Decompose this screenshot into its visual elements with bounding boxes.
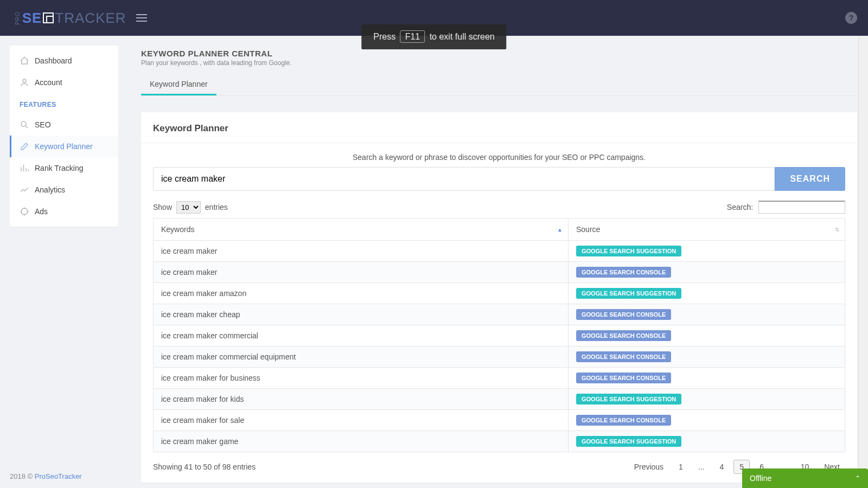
table-row[interactable]: ice cream maker for businessGOOGLE SEARC… xyxy=(154,368,845,389)
cell-keyword: ice cream maker cheap xyxy=(154,304,569,325)
home-icon xyxy=(20,56,29,66)
menu-toggle-button[interactable] xyxy=(136,12,147,24)
svg-point-1 xyxy=(21,121,26,126)
cell-source: GOOGLE SEARCH SUGGESTION xyxy=(569,241,845,262)
page-link[interactable]: Previous xyxy=(629,460,669,473)
tab-keyword-planner[interactable]: Keyword Planner xyxy=(141,74,216,95)
cell-keyword: ice cream maker game xyxy=(154,431,569,452)
table-row[interactable]: ice cream maker for kidsGOOGLE SEARCH SU… xyxy=(154,389,845,410)
table-filter-input[interactable] xyxy=(758,201,845,214)
logo-tracker-text: TRACKER xyxy=(55,10,126,27)
source-badge: GOOGLE SEARCH SUGGESTION xyxy=(576,436,681,447)
cell-source: GOOGLE SEARCH CONSOLE xyxy=(569,304,845,325)
sidebar-item-dashboard[interactable]: Dashboard xyxy=(10,50,118,72)
logo-pro-text: PRO xyxy=(15,11,21,25)
table-row[interactable]: ice cream maker commercial equipmentGOOG… xyxy=(154,346,845,368)
toast-key: F11 xyxy=(400,30,425,43)
cell-keyword: ice cream maker amazon xyxy=(154,283,569,304)
vertical-scrollbar[interactable]: ▲ ▼ xyxy=(858,0,868,488)
page-link[interactable]: ... xyxy=(693,460,710,473)
source-badge: GOOGLE SEARCH SUGGESTION xyxy=(576,394,681,404)
sidebar-item-seo[interactable]: SEO xyxy=(10,114,118,136)
source-badge: GOOGLE SEARCH CONSOLE xyxy=(576,330,671,341)
table-row[interactable]: ice cream maker gameGOOGLE SEARCH SUGGES… xyxy=(154,431,845,452)
search-hint: Search a keyword or phrase to discover o… xyxy=(153,153,845,162)
sort-asc-icon: ▲ xyxy=(557,227,563,233)
keyword-search-input[interactable] xyxy=(153,167,775,191)
page-title: KEYWORD PLANNER CENTRAL xyxy=(141,49,857,58)
fullscreen-toast: Press F11 to exit full screen xyxy=(361,24,506,49)
chat-widget[interactable]: Offline ⌃ xyxy=(742,468,868,488)
cell-keyword: ice cream maker for kids xyxy=(154,389,569,410)
sidebar-item-label: Ads xyxy=(35,207,48,216)
cell-source: GOOGLE SEARCH SUGGESTION xyxy=(569,431,845,452)
table-row[interactable]: ice cream makerGOOGLE SEARCH SUGGESTION xyxy=(154,241,845,262)
sidebar-item-label: Keyword Planner xyxy=(35,142,93,151)
logo-icon xyxy=(43,12,54,23)
chat-status: Offline xyxy=(750,474,771,483)
sidebar-item-label: Rank Tracking xyxy=(35,164,83,172)
main-content: KEYWORD PLANNER CENTRAL Plan your keywor… xyxy=(141,49,857,483)
sidebar-item-rank-tracking[interactable]: Rank Tracking xyxy=(10,157,118,179)
cell-source: GOOGLE SEARCH CONSOLE xyxy=(569,410,845,431)
logo-se-text: SE xyxy=(22,10,42,27)
help-icon[interactable]: ? xyxy=(845,12,857,24)
source-badge: GOOGLE SEARCH CONSOLE xyxy=(576,351,671,362)
chevron-up-icon: ⌃ xyxy=(855,474,860,482)
sidebar-item-account[interactable]: Account xyxy=(10,72,118,93)
toast-pre: Press xyxy=(373,32,395,41)
cell-keyword: ice cream maker commercial xyxy=(154,325,569,346)
search-button[interactable]: SEARCH xyxy=(775,167,845,191)
sidebar-section-features: FEATURES xyxy=(10,93,118,114)
table-row[interactable]: ice cream makerGOOGLE SEARCH CONSOLE xyxy=(154,262,845,283)
search-icon xyxy=(20,120,29,130)
sidebar-item-label: Analytics xyxy=(35,185,65,194)
bars-icon xyxy=(20,163,29,173)
source-badge: GOOGLE SEARCH CONSOLE xyxy=(576,373,671,383)
cell-keyword: ice cream maker for business xyxy=(154,368,569,389)
app-logo[interactable]: PRO SE TRACKER xyxy=(11,10,126,27)
toast-post: to exit full screen xyxy=(430,32,495,41)
cell-source: GOOGLE SEARCH CONSOLE xyxy=(569,262,845,283)
sidebar-item-label: Account xyxy=(35,78,62,87)
table-row[interactable]: ice cream maker amazonGOOGLE SEARCH SUGG… xyxy=(154,283,845,304)
cell-source: GOOGLE SEARCH CONSOLE xyxy=(569,346,845,368)
cell-source: GOOGLE SEARCH SUGGESTION xyxy=(569,283,845,304)
entries-control: Show 10 entries xyxy=(153,201,228,214)
cell-source: GOOGLE SEARCH CONSOLE xyxy=(569,325,845,346)
col-source[interactable]: Source ⇅ xyxy=(569,219,845,241)
source-badge: GOOGLE SEARCH SUGGESTION xyxy=(576,246,681,256)
user-icon xyxy=(20,78,29,87)
table-row[interactable]: ice cream maker commercialGOOGLE SEARCH … xyxy=(154,325,845,346)
sidebar: Dashboard Account FEATURES SEO Keyword P… xyxy=(10,46,118,227)
sidebar-item-label: SEO xyxy=(35,120,51,129)
panel-title: Keyword Planner xyxy=(141,123,857,143)
sidebar-item-keyword-planner[interactable]: Keyword Planner xyxy=(10,136,118,157)
source-badge: GOOGLE SEARCH SUGGESTION xyxy=(576,288,681,299)
table-row[interactable]: ice cream maker cheapGOOGLE SEARCH CONSO… xyxy=(154,304,845,325)
cell-keyword: ice cream maker xyxy=(154,262,569,283)
footer: 2018 © ProSeoTracker xyxy=(10,472,82,480)
svg-point-0 xyxy=(23,79,26,82)
keywords-table: Keywords ▲ Source ⇅ ice cream makerGOOGL… xyxy=(153,218,845,452)
chart-icon xyxy=(20,185,29,195)
source-badge: GOOGLE SEARCH CONSOLE xyxy=(576,309,671,320)
table-info: Showing 41 to 50 of 98 entries xyxy=(153,463,256,471)
page-subtitle: Plan your keywords , with data leading f… xyxy=(141,59,857,67)
cell-source: GOOGLE SEARCH CONSOLE xyxy=(569,368,845,389)
svg-point-2 xyxy=(21,208,28,215)
source-badge: GOOGLE SEARCH CONSOLE xyxy=(576,267,671,278)
cell-keyword: ice cream maker commercial equipment xyxy=(154,346,569,368)
target-icon xyxy=(20,207,29,216)
table-row[interactable]: ice cream maker for saleGOOGLE SEARCH CO… xyxy=(154,410,845,431)
page-link[interactable]: 1 xyxy=(673,460,688,473)
sidebar-item-ads[interactable]: Ads xyxy=(10,201,118,222)
footer-link[interactable]: ProSeoTracker xyxy=(35,472,82,480)
keyword-planner-panel: Keyword Planner Search a keyword or phra… xyxy=(141,112,857,483)
sort-icon: ⇅ xyxy=(835,227,839,233)
sidebar-item-analytics[interactable]: Analytics xyxy=(10,179,118,201)
page-link[interactable]: 4 xyxy=(714,460,730,473)
entries-select[interactable]: 10 xyxy=(176,201,201,214)
cell-source: GOOGLE SEARCH SUGGESTION xyxy=(569,389,845,410)
col-keywords[interactable]: Keywords ▲ xyxy=(154,219,569,241)
